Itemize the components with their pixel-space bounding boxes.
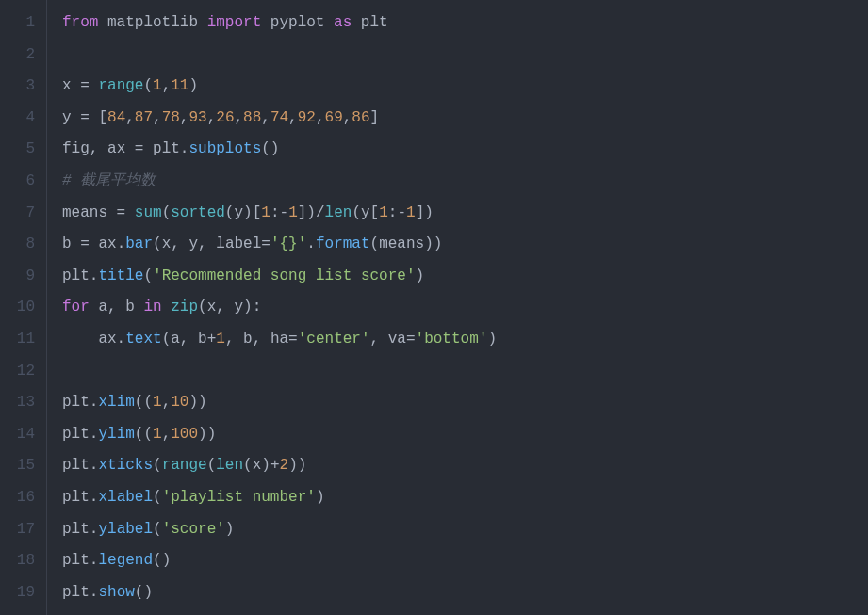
code-line[interactable]: means = sum(sorted(y)[1:-1])/len(y[1:-1]… <box>62 198 868 230</box>
line-number: 15 <box>8 450 35 482</box>
token-func: ylim <box>98 426 134 443</box>
token-number: 1 <box>153 77 162 94</box>
token-number: 10 <box>171 394 188 411</box>
token-paren: ( <box>207 457 217 474</box>
token-punct: , <box>125 109 135 126</box>
token-operator: = <box>288 331 298 348</box>
code-line[interactable]: plt.title('Recommended song list score') <box>62 261 868 293</box>
code-line[interactable]: ax.text(a, b+1, b, ha='center', va='bott… <box>62 324 868 356</box>
code-line[interactable]: from matplotlib import pyplot as plt <box>62 8 868 40</box>
token-paren: ) <box>306 204 316 221</box>
token-punct: , <box>253 331 262 348</box>
token-builtin: len <box>216 457 243 474</box>
token-punct: , <box>370 331 380 348</box>
token-punct: , <box>343 109 352 126</box>
code-line[interactable] <box>62 40 868 72</box>
token-number: 26 <box>216 109 234 126</box>
code-line[interactable]: # 截尾平均数 <box>62 166 868 198</box>
token-comment: # 截尾平均数 <box>62 172 156 189</box>
token-paren: ) <box>434 235 443 252</box>
token-paren: ( <box>153 489 162 506</box>
code-line[interactable]: plt.ylim((1,100)) <box>62 419 868 451</box>
line-number: 11 <box>8 324 35 356</box>
code-line[interactable]: b = ax.bar(x, y, label='{}'.format(means… <box>62 229 868 261</box>
code-line[interactable]: x = range(1,11) <box>62 71 868 103</box>
token-identifier: plt <box>143 140 179 157</box>
code-line[interactable]: plt.show() <box>62 577 868 609</box>
token-identifier: b <box>234 331 252 348</box>
token-punct: . <box>90 521 99 538</box>
token-paren: (( <box>135 394 153 411</box>
token-number: 2 <box>280 457 289 474</box>
token-func: xticks <box>98 457 153 474</box>
token-punct: . <box>117 235 126 252</box>
code-line[interactable]: for a, b in zip(x, y): <box>62 292 868 324</box>
token-punct: . <box>90 552 99 569</box>
token-punct: , <box>90 140 99 157</box>
token-paren: )) <box>198 426 216 443</box>
code-line[interactable]: plt.legend() <box>62 545 868 577</box>
code-line[interactable]: plt.xticks(range(len(x)+2)) <box>62 450 868 482</box>
token-punct: . <box>306 235 316 252</box>
code-line[interactable]: plt.ylabel('score') <box>62 514 868 546</box>
token-paren: ) <box>424 235 434 252</box>
token-operator: = <box>261 235 270 252</box>
token-keyword: import <box>207 14 262 31</box>
code-line[interactable]: plt.xlim((1,10)) <box>62 387 868 419</box>
token-identifier: plt <box>62 267 90 284</box>
token-punct: , <box>153 109 162 126</box>
token-punct: , <box>171 235 180 252</box>
token-number: 1 <box>379 204 388 221</box>
code-line[interactable] <box>62 356 868 388</box>
token-identifier: pyplot <box>261 14 334 31</box>
token-identifier: plt <box>62 521 90 538</box>
token-identifier: plt <box>62 426 90 443</box>
token-number: 92 <box>298 109 316 126</box>
token-identifier: x <box>207 299 217 316</box>
token-identifier: plt <box>352 14 387 31</box>
token-identifier: label <box>207 235 262 252</box>
token-func: format <box>316 235 370 252</box>
token-number: 11 <box>171 77 188 94</box>
token-paren: ( <box>153 457 162 474</box>
token-paren: ( <box>143 77 153 94</box>
token-string: 'playlist number' <box>162 489 316 506</box>
code-line[interactable]: plt.xlabel('playlist number') <box>62 482 868 514</box>
code-area[interactable]: from matplotlib import pyplot as pltx = … <box>47 0 868 615</box>
token-paren: ) <box>261 457 270 474</box>
token-identifier: plt <box>62 457 90 474</box>
token-builtin: range <box>162 457 207 474</box>
token-identifier: y <box>225 299 243 316</box>
token-number: 86 <box>352 109 369 126</box>
token-identifier: ax <box>90 235 117 252</box>
line-number: 12 <box>8 356 35 388</box>
line-number: 9 <box>8 261 35 293</box>
token-punct: : <box>270 204 280 221</box>
token-identifier: va <box>379 331 406 348</box>
token-punct: . <box>117 331 126 348</box>
code-line[interactable]: fig, ax = plt.subplots() <box>62 134 868 166</box>
token-identifier <box>90 109 99 126</box>
line-number: 10 <box>8 292 35 324</box>
token-paren: ( <box>370 235 380 252</box>
token-identifier: b <box>62 235 80 252</box>
code-editor[interactable]: 12345678910111213141516171819 from matpl… <box>0 0 868 615</box>
token-identifier: matplotlib <box>98 14 206 31</box>
token-number: 74 <box>270 109 288 126</box>
token-keyword: from <box>62 14 98 31</box>
token-number: 1 <box>288 204 298 221</box>
line-number: 2 <box>8 40 35 72</box>
token-identifier: ax <box>62 331 117 348</box>
token-paren: ] <box>370 109 380 126</box>
token-string: 'center' <box>298 331 370 348</box>
token-builtin: range <box>98 77 143 94</box>
token-keyword: in <box>143 299 161 316</box>
token-paren: ( <box>153 521 162 538</box>
token-func: xlabel <box>98 489 153 506</box>
token-string: 'bottom' <box>416 331 488 348</box>
token-identifier: y <box>62 109 80 126</box>
token-func: title <box>98 267 143 284</box>
token-paren: [ <box>98 109 107 126</box>
token-identifier: means <box>62 204 117 221</box>
code-line[interactable]: y = [84,87,78,93,26,88,74,92,69,86] <box>62 103 868 135</box>
